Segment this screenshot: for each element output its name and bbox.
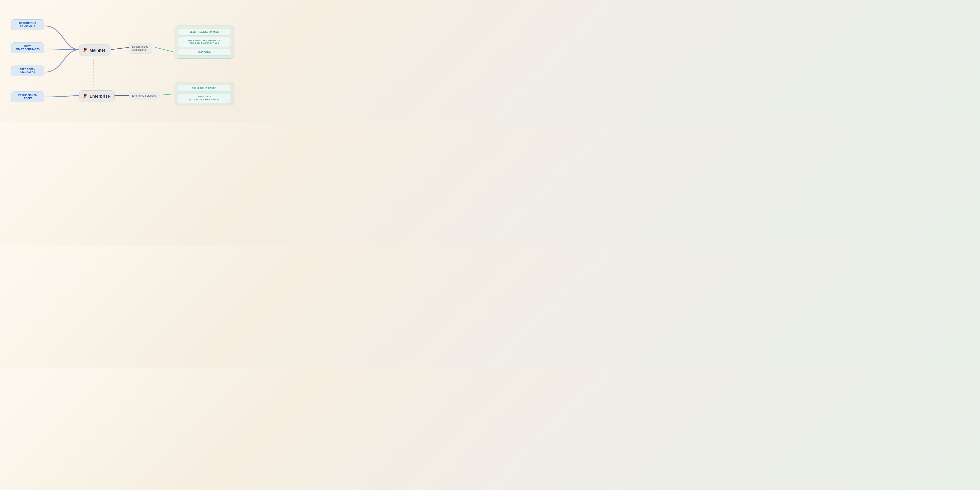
prfc-node: PRFC TOKENSTANDARDS <box>11 65 44 76</box>
permissioned-node: PERMISSIONEDLEDGER <box>11 91 44 102</box>
enterprise-right-group: ASSET TOKENISATION COMPLIANCE(E.G. KYC, … <box>175 82 234 106</box>
compliance-item: COMPLIANCE(E.G. KYC, AGE VERIFICATION) <box>178 93 230 103</box>
asset-item: ASSET TOKENISATION <box>178 85 230 92</box>
mainnet-node: Mainnet <box>79 45 110 56</box>
svg-line-1 <box>111 48 129 49</box>
mainnet-right-group: DECENTRALISED FINANCE DECENTRALISED IDEN… <box>175 25 234 59</box>
enterprise-logo-icon <box>82 93 88 99</box>
rust-node: RUSTSMART CONTRACTS <box>11 43 44 53</box>
svg-line-3 <box>155 48 174 52</box>
svg-marker-6 <box>83 49 86 52</box>
hotstuff-node: HOTSTUFF-RS CONSENSUS <box>11 19 44 30</box>
svg-marker-9 <box>83 95 86 98</box>
mainnet-label: Mainnet <box>90 48 105 52</box>
metaverse-item: METAVERSE <box>178 49 230 56</box>
decentr-apps-node: DecentralisedApplications <box>129 43 152 54</box>
diagram-container: HOTSTUFF-RS CONSENSUS RUSTSMART CONTRACT… <box>0 0 245 123</box>
did-item: DECENTRALISED IDENTITY &VERIFIABLE CREDE… <box>178 37 230 47</box>
mainnet-logo-icon <box>82 47 88 53</box>
enterprise-node: Enterprise <box>79 91 115 102</box>
enterprise-solutions-node: Enterprise Solutions <box>129 92 159 99</box>
defi-item: DECENTRALISED FINANCE <box>178 29 230 35</box>
enterprise-label: Enterprise <box>90 94 110 99</box>
